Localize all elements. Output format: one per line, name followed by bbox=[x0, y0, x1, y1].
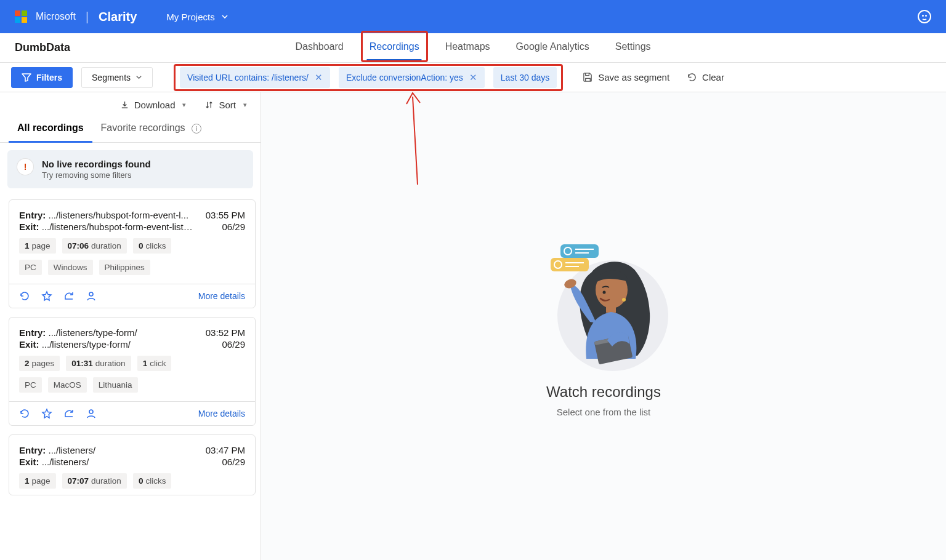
svg-point-1 bbox=[89, 410, 93, 414]
os-badge: Windows bbox=[48, 260, 93, 275]
tab-heatmaps[interactable]: Heatmaps bbox=[443, 34, 493, 61]
feedback-smile-icon[interactable] bbox=[918, 10, 931, 23]
sort-label: Sort bbox=[219, 100, 236, 110]
tab-recordings[interactable]: Recordings bbox=[367, 34, 422, 61]
sidebar-actions: Download ▾ Sort ▾ bbox=[0, 92, 261, 113]
recording-tabs: All recordings Favorite recordings i bbox=[0, 113, 261, 143]
filter-chip-label: Visited URL contains: /listeners/ bbox=[187, 73, 309, 82]
save-icon bbox=[583, 72, 593, 82]
segments-button-label: Segments bbox=[92, 73, 131, 82]
svg-rect-7 bbox=[606, 305, 616, 313]
brand-divider: | bbox=[86, 10, 89, 24]
brand-bar: Microsoft | Clarity My Projects bbox=[0, 0, 946, 33]
svg-point-5 bbox=[622, 298, 626, 302]
segments-button[interactable]: Segments bbox=[81, 67, 153, 88]
project-name: DumbData bbox=[15, 41, 70, 54]
tab-settings[interactable]: Settings bbox=[613, 34, 653, 61]
product-name: Clarity bbox=[99, 10, 137, 24]
filter-chip-visited-url[interactable]: Visited URL contains: /listeners/ ✕ bbox=[180, 67, 330, 88]
duration-badge: 07:06duration bbox=[62, 238, 127, 254]
country-badge: Philippines bbox=[99, 260, 150, 275]
svg-point-0 bbox=[89, 292, 93, 296]
filters-button[interactable]: Filters bbox=[11, 67, 73, 88]
filter-chip-exclude-conversion[interactable]: Exclude conversionAction: yes ✕ bbox=[339, 67, 485, 88]
download-icon bbox=[120, 100, 129, 110]
recording-card[interactable]: Entry: .../listeners/03:47 PMExit: .../l… bbox=[9, 434, 256, 495]
save-as-segment-button[interactable]: Save as segment bbox=[583, 72, 669, 82]
tab-favorite-recordings[interactable]: Favorite recordings i bbox=[92, 116, 210, 142]
close-icon[interactable]: ✕ bbox=[315, 72, 323, 83]
undo-icon bbox=[687, 72, 697, 82]
pages-badge: 1page bbox=[19, 238, 56, 254]
svg-rect-15 bbox=[551, 258, 589, 271]
info-icon[interactable]: i bbox=[192, 124, 201, 134]
duration-badge: 07:07duration bbox=[62, 473, 127, 489]
filter-chip-label: Last 30 days bbox=[501, 73, 549, 82]
main-panel: Watch recordings Select one from the lis… bbox=[261, 92, 946, 560]
tab-favorite-label: Favorite recordings bbox=[101, 122, 185, 133]
download-label: Download bbox=[134, 100, 176, 110]
clicks-badge: 0clicks bbox=[133, 238, 172, 254]
filter-chip-date-range[interactable]: Last 30 days bbox=[493, 67, 557, 88]
my-projects-label: My Projects bbox=[166, 12, 214, 22]
chevron-down-icon: ▾ bbox=[243, 101, 247, 109]
save-as-segment-label: Save as segment bbox=[598, 72, 669, 82]
device-badge: PC bbox=[19, 377, 42, 393]
sort-button[interactable]: Sort ▾ bbox=[204, 100, 247, 110]
sort-icon bbox=[204, 100, 214, 110]
download-button[interactable]: Download ▾ bbox=[120, 100, 187, 110]
clicks-badge: 1click bbox=[137, 356, 172, 371]
svg-rect-11 bbox=[560, 244, 599, 258]
no-live-recordings-alert: ! No live recordings found Try removing … bbox=[7, 150, 253, 188]
recording-card[interactable]: Entry: .../listeners/type-form/03:52 PME… bbox=[9, 317, 256, 426]
filters-button-label: Filters bbox=[36, 73, 62, 82]
refresh-icon[interactable] bbox=[19, 290, 30, 302]
svg-point-4 bbox=[620, 292, 626, 298]
star-icon[interactable] bbox=[41, 408, 52, 419]
empty-state-title: Watch recordings bbox=[546, 383, 661, 401]
os-badge: MacOS bbox=[48, 377, 87, 393]
share-icon[interactable] bbox=[63, 290, 75, 302]
user-icon[interactable] bbox=[86, 408, 97, 419]
clear-filters-button[interactable]: Clear bbox=[687, 72, 724, 82]
project-nav: DumbData Dashboard Recordings Heatmaps G… bbox=[0, 33, 946, 63]
recordings-list[interactable]: Entry: .../listeners/hubspot-form-event-… bbox=[0, 196, 261, 560]
alert-title: No live recordings found bbox=[42, 159, 151, 169]
alert-subtitle: Try removing some filters bbox=[42, 170, 151, 180]
user-icon[interactable] bbox=[86, 290, 97, 302]
warning-icon: ! bbox=[17, 159, 33, 175]
duration-badge: 01:31duration bbox=[66, 356, 131, 371]
filter-icon bbox=[22, 73, 31, 82]
microsoft-logo-icon bbox=[15, 10, 27, 23]
tab-all-recordings[interactable]: All recordings bbox=[9, 116, 92, 143]
more-details-link[interactable]: More details bbox=[198, 409, 245, 418]
filter-chip-label: Exclude conversionAction: yes bbox=[346, 73, 463, 82]
empty-state-subtitle: Select one from the list bbox=[557, 407, 651, 417]
company-name: Microsoft bbox=[36, 11, 76, 22]
chevron-down-icon: ▾ bbox=[182, 101, 186, 109]
my-projects-menu[interactable]: My Projects bbox=[166, 12, 228, 22]
tab-dashboard[interactable]: Dashboard bbox=[293, 34, 346, 61]
star-icon[interactable] bbox=[41, 290, 52, 302]
device-badge: PC bbox=[19, 260, 42, 275]
close-icon[interactable]: ✕ bbox=[469, 72, 477, 83]
refresh-icon[interactable] bbox=[19, 408, 30, 419]
filter-bar: Filters Segments Visited URL contains: /… bbox=[0, 63, 946, 92]
svg-point-6 bbox=[603, 290, 606, 294]
tab-google-analytics[interactable]: Google Analytics bbox=[514, 34, 592, 61]
watch-recordings-illustration bbox=[530, 236, 677, 377]
clear-filters-label: Clear bbox=[702, 72, 724, 82]
pages-badge: 1page bbox=[19, 473, 56, 489]
content-area: Download ▾ Sort ▾ All recordings Favorit… bbox=[0, 92, 946, 560]
clicks-badge: 0clicks bbox=[133, 473, 172, 489]
main-tabs: Dashboard Recordings Heatmaps Google Ana… bbox=[293, 34, 653, 61]
more-details-link[interactable]: More details bbox=[198, 291, 245, 301]
chevron-down-icon bbox=[135, 74, 142, 81]
share-icon[interactable] bbox=[63, 408, 75, 419]
pages-badge: 2pages bbox=[19, 356, 60, 371]
country-badge: Lithuania bbox=[93, 377, 138, 393]
recordings-sidebar: Download ▾ Sort ▾ All recordings Favorit… bbox=[0, 92, 261, 560]
chevron-down-icon bbox=[221, 13, 228, 20]
recording-card[interactable]: Entry: .../listeners/hubspot-form-event-… bbox=[9, 199, 256, 308]
